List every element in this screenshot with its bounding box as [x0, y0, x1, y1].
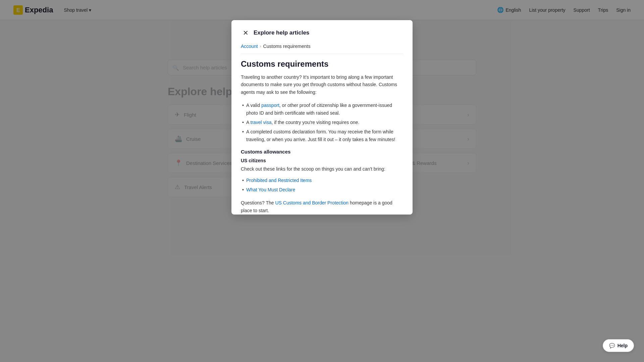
- help-article-modal: ✕ Explore help articles Account › Custom…: [231, 20, 413, 215]
- modal-header-title: Explore help articles: [254, 29, 309, 36]
- list-item: A completed customs declaration form. Yo…: [241, 127, 403, 144]
- modal-header: ✕ Explore help articles: [241, 28, 403, 38]
- passport-link[interactable]: passport: [261, 103, 279, 108]
- questions-text: Questions? The US Customs and Border Pro…: [241, 199, 403, 214]
- help-fab-label: Help: [618, 343, 628, 348]
- list-item: What You Must Declare: [241, 185, 403, 194]
- breadcrumb: Account › Customs requirements: [241, 44, 403, 54]
- customs-allowances-heading: Customs allowances: [241, 149, 403, 155]
- us-links-list: Prohibited and Restricted Items What You…: [241, 176, 403, 195]
- travel-visa-link[interactable]: travel visa: [250, 120, 271, 125]
- list-item: Prohibited and Restricted Items: [241, 176, 403, 185]
- what-you-must-declare-link[interactable]: What You Must Declare: [246, 187, 295, 192]
- article-intro: Traveling to another country? It's impor…: [241, 73, 403, 96]
- list-item: A valid passport, or other proof of citi…: [241, 101, 403, 118]
- breadcrumb-current: Customs requirements: [263, 44, 311, 49]
- help-chat-icon: 💬: [609, 343, 615, 348]
- requirements-list: A valid passport, or other proof of citi…: [241, 101, 403, 144]
- breadcrumb-separator: ›: [260, 44, 261, 49]
- breadcrumb-account-link[interactable]: Account: [241, 44, 258, 49]
- us-customs-border-protection-link[interactable]: US Customs and Border Protection: [275, 200, 348, 205]
- us-citizens-heading: US citizens: [241, 158, 403, 163]
- close-button[interactable]: ✕: [241, 28, 250, 38]
- prohibited-items-link[interactable]: Prohibited and Restricted Items: [246, 178, 312, 183]
- us-citizens-intro: Check out these links for the scoop on t…: [241, 165, 403, 173]
- help-fab-button[interactable]: 💬 Help: [603, 339, 634, 352]
- article-title: Customs requirements: [241, 59, 403, 69]
- modal-overlay[interactable]: ✕ Explore help articles Account › Custom…: [0, 0, 644, 362]
- list-item: A travel visa, if the country you're vis…: [241, 118, 403, 127]
